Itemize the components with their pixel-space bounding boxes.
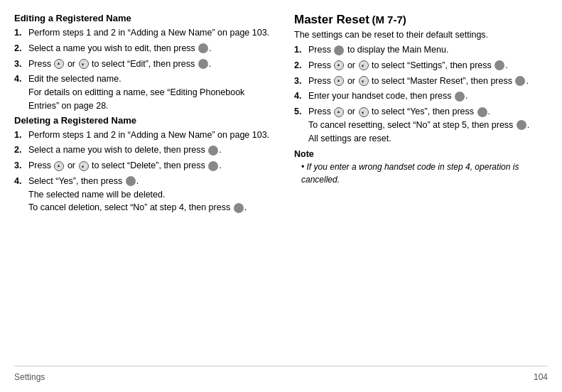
right-column: Master Reset (M 7-7) The settings can be… (294, 13, 548, 361)
nav-up-icon (334, 60, 344, 70)
nav-down-icon (79, 161, 89, 171)
footer-right: 104 (534, 372, 548, 382)
master-reset-intro: The settings can be reset to their defau… (294, 30, 548, 40)
editing-steps-list: 1. Perform steps 1 and 2 in “Adding a Ne… (14, 26, 270, 113)
button-icon (517, 120, 526, 130)
button-icon (208, 146, 218, 156)
deleting-step-1: 1. Perform steps 1 and 2 in “Adding a Ne… (14, 129, 270, 142)
button-icon (198, 43, 208, 53)
nav-down-icon (359, 60, 369, 70)
editing-step-4: 4. Edit the selected name. For details o… (14, 72, 270, 112)
master-step-5: 5. Press or to select “Yes”, then press … (294, 105, 548, 145)
master-reset-steps-list: 1. Press to display the Main Menu. 2. Pr… (294, 43, 548, 145)
button-icon (208, 161, 218, 171)
deleting-step-2: 2. Select a name you wish to delete, the… (14, 143, 270, 157)
master-reset-title: Master Reset (294, 13, 369, 26)
master-step-2: 2. Press or to select “Settings”, then p… (294, 59, 548, 72)
nav-up-icon (54, 59, 64, 69)
page: Editing a Registered Name 1. Perform ste… (0, 0, 562, 392)
button-icon (126, 176, 136, 186)
master-step-4: 4. Enter your handset code, then press . (294, 89, 548, 103)
editing-step-1: 1. Perform steps 1 and 2 in “Adding a Ne… (14, 26, 270, 40)
editing-step-3: 3. Press or to select “Edit”, then press… (14, 58, 270, 71)
master-reset-code: (M 7-7) (372, 13, 406, 26)
button-icon (234, 203, 244, 213)
button-icon (477, 107, 487, 117)
deleting-steps-list: 1. Perform steps 1 and 2 in “Adding a Ne… (14, 129, 270, 215)
nav-up-icon (334, 107, 344, 117)
master-step-3: 3. Press or to select “Master Reset”, th… (294, 75, 548, 88)
deleting-step-3: 3. Press or to select “Delete”, then pre… (14, 159, 270, 173)
footer-left: Settings (14, 372, 534, 382)
button-icon (334, 45, 344, 55)
editing-step-2: 2. Select a name you wish to edit, then … (14, 42, 270, 55)
deleting-step-4: 4. Select “Yes”, then press . The select… (14, 175, 270, 214)
nav-down-icon (359, 107, 369, 117)
nav-down-icon (359, 76, 369, 86)
nav-up-icon (54, 161, 64, 171)
button-icon (198, 59, 208, 69)
deleting-title: Deleting a Registered Name (14, 115, 270, 126)
left-column: Editing a Registered Name 1. Perform ste… (14, 13, 277, 361)
footer: Settings 104 (14, 366, 548, 382)
editing-title: Editing a Registered Name (14, 13, 270, 23)
nav-down-icon (79, 59, 89, 69)
master-reset-header: Master Reset (M 7-7) (294, 13, 548, 27)
button-icon (515, 76, 525, 86)
nav-up-icon (334, 76, 344, 86)
note-title: Note (294, 149, 548, 159)
button-icon (495, 60, 504, 70)
button-icon (455, 92, 465, 102)
note-bullet: • If you enter a wrong handset code in s… (301, 162, 519, 185)
master-step-1: 1. Press to display the Main Menu. (294, 43, 548, 57)
note-text: • If you enter a wrong handset code in s… (294, 160, 548, 186)
